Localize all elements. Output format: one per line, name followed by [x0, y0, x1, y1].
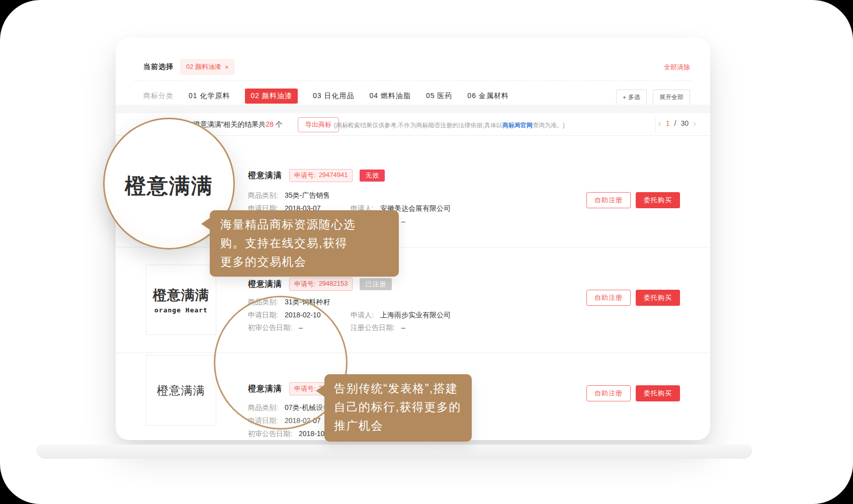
current-selection-label: 当前选择 [143, 62, 174, 71]
registration-publication-label: 注册公告日期: [351, 323, 395, 331]
disclaimer-text-pre: (商标检索结果仅供参考,不作为商标能否注册的法律依据;具体以 [334, 122, 502, 129]
category-bar-label: 商标分类 [143, 92, 174, 101]
page-background: 当前选择 02 颜料油漆 × 全部清除 商标分类 01 化学原料 02 颜料油漆… [0, 0, 853, 504]
pagination-total-pages: 30 [680, 119, 689, 127]
thumbnail-subtext: orange Heart [154, 306, 208, 314]
expand-all-button[interactable]: 展开全部 [653, 90, 690, 105]
dashed-divider [135, 80, 691, 81]
close-icon[interactable]: × [225, 63, 229, 71]
callout-bubble-2: 告别传统“发表格”,搭建 自己的标行,获得更多的 推广机会 [324, 374, 472, 442]
application-number-value: 29474941 [319, 171, 348, 180]
result-title-line: 橙意满满 申请号: 29482153 已注册 [248, 278, 392, 291]
disclaimer-text-post: 查询为准。) [533, 122, 565, 129]
self-register-button[interactable]: 自助注册 [586, 192, 631, 208]
category-bar-actions: + 多选 展开全部 [616, 90, 690, 105]
selected-filter-tag-text: 02 颜料油漆 [186, 62, 221, 71]
export-trademarks-button[interactable]: 导出商标 [298, 117, 339, 132]
callout-arrow-left-icon [201, 217, 211, 230]
category-bar: 商标分类 01 化学原料 02 颜料油漆 03 日化用品 04 燃料油脂 05 … [143, 88, 509, 105]
trademark-name[interactable]: 橙意满满 [248, 279, 282, 290]
category-item-03[interactable]: 03 日化用品 [313, 92, 354, 101]
category-item-05[interactable]: 05 医药 [426, 92, 452, 101]
trademark-office-link[interactable]: 商标局官网 [502, 122, 533, 129]
category-item-01[interactable]: 01 化学原料 [189, 92, 230, 101]
current-selection-bar: 当前选择 02 颜料油漆 × [143, 58, 234, 76]
result-title-line: 橙意满满 申请号: 29474941 无效 [248, 169, 385, 182]
plus-icon: + [623, 94, 626, 101]
category-value: 35类-广告销售 [285, 191, 330, 199]
section-divider-band [116, 105, 710, 113]
pagination-separator: / [674, 119, 676, 127]
results-disclaimer: (商标检索结果仅供参考,不作为商标能否注册的法律依据;具体以商标局官网查询为准。… [334, 121, 565, 130]
laptop-base-decoration [36, 445, 752, 459]
first-publication-label: 初审公告日期: [248, 430, 292, 438]
applicant-label: 申请人: [351, 311, 374, 319]
results-count-unit: 个 [276, 120, 283, 128]
entrust-purchase-button[interactable]: 委托购买 [636, 192, 680, 208]
application-number-label: 申请号: [294, 171, 316, 180]
application-number-value: 29482153 [319, 280, 348, 289]
registration-publication-value: – [401, 217, 405, 225]
category-label: 商品类别: [248, 191, 278, 199]
category-item-04[interactable]: 04 燃料油脂 [369, 92, 410, 101]
applicant-value: 上海雨步实业有限公司 [380, 311, 451, 319]
callout-text: 告别传统“发表格”,搭建 自己的标行,获得更多的 推广机会 [334, 379, 462, 435]
magnified-trademark-text: 橙意满满 [125, 172, 213, 200]
pagination-divider [655, 117, 656, 132]
entrust-purchase-button[interactable]: 委托购买 [636, 290, 680, 306]
application-number-tag: 申请号: 29482153 [289, 278, 353, 291]
result-actions: 自助注册 委托购买 [586, 290, 680, 306]
selected-filter-tag[interactable]: 02 颜料油漆 × [181, 59, 234, 74]
callout-bubble-1: 海量精品商标资源随心选 购。支持在线交易,获得 更多的交易机会 [210, 210, 399, 277]
trademark-name[interactable]: 橙意满满 [248, 171, 282, 181]
result-actions: 自助注册 委托购买 [586, 192, 680, 208]
result-actions: 自助注册 委托购买 [586, 385, 680, 401]
status-badge-invalid: 无效 [360, 170, 385, 182]
results-count: 28 [266, 120, 274, 128]
registration-publication-value: – [401, 323, 405, 331]
category-line: 商品类别:35类-广告销售 [248, 191, 570, 200]
category-item-06[interactable]: 06 金属材料 [467, 92, 508, 101]
application-number-label: 申请号: [294, 280, 316, 289]
self-register-button[interactable]: 自助注册 [586, 290, 631, 306]
application-number-tag: 申请号: 29474941 [289, 169, 353, 182]
trademark-thumbnail[interactable]: 橙意满满 [146, 355, 216, 426]
result-row-2: 橙意满满 orange Heart 橙意满满 申请号: 29482153 已注册… [116, 247, 710, 353]
chevron-left-icon[interactable]: ‹ [658, 120, 661, 127]
multi-select-button[interactable]: + 多选 [616, 90, 647, 105]
chevron-right-icon[interactable]: › [693, 120, 696, 127]
trademark-thumbnail[interactable]: 橙意满满 orange Heart [146, 265, 216, 335]
multi-select-label: 多选 [628, 93, 640, 102]
rounded-page-canvas: 当前选择 02 颜料油漆 × 全部清除 商标分类 01 化学原料 02 颜料油漆… [0, 0, 853, 504]
callout-text: 海量精品商标资源随心选 购。支持在线交易,获得 更多的交易机会 [220, 215, 388, 271]
status-badge-registered: 已注册 [360, 278, 392, 290]
thumbnail-text: 橙意满满 [153, 286, 209, 304]
clear-all-link[interactable]: 全部清除 [664, 63, 690, 72]
thumbnail-text: 橙意满满 [157, 383, 205, 398]
category-item-02-active[interactable]: 02 颜料油漆 [245, 89, 297, 104]
pagination: ‹ 1 / 30 › [658, 119, 696, 127]
entrust-purchase-button[interactable]: 委托购买 [636, 385, 680, 401]
pagination-current-page: 1 [666, 119, 670, 127]
self-register-button[interactable]: 自助注册 [586, 385, 631, 401]
callout-arrow-left-icon [316, 384, 325, 397]
